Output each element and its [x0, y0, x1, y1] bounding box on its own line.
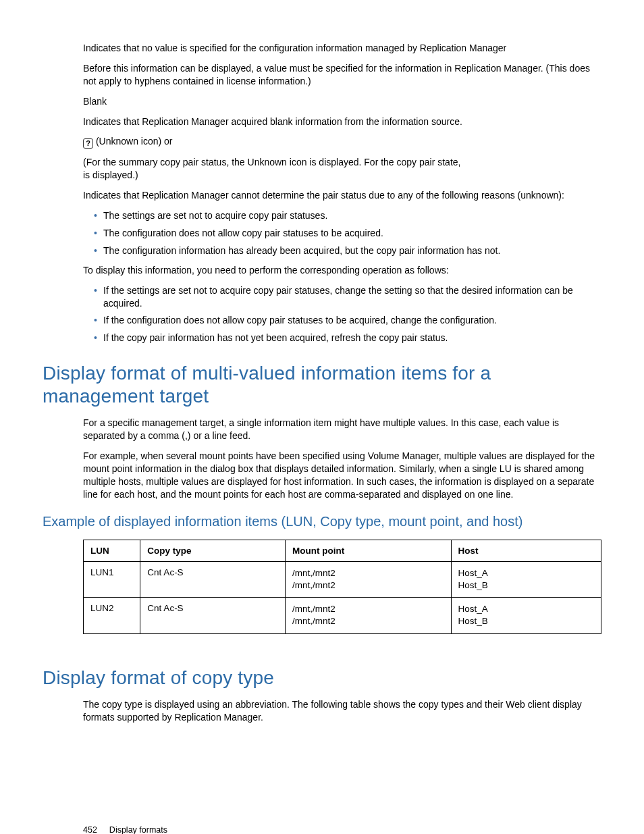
question-icon: ?: [83, 138, 93, 149]
heading-example: Example of displayed information items (…: [43, 513, 601, 530]
icon-suffix-text: (Unknown icon) or: [93, 136, 173, 147]
page-number: 452: [83, 825, 97, 834]
footer-section: Display formats: [109, 825, 167, 834]
list-item: The configuration information has alread…: [94, 244, 601, 257]
unknown-icon-line: ? (Unknown icon) or: [83, 135, 601, 149]
table-row: LUN1 Cnt Ac-S /mnt,/mnt2/mnt,/mnt2 Host_…: [84, 561, 601, 597]
paragraph: To display this information, you need to…: [83, 264, 601, 277]
heading-copy-type: Display format of copy type: [43, 667, 601, 689]
cell-host: Host_AHost_B: [451, 561, 601, 597]
col-copy-type: Copy type: [140, 540, 286, 561]
paragraph: Indicates that no value is specified for…: [83, 42, 601, 55]
cell-host: Host_AHost_B: [451, 598, 601, 633]
paragraph: For a specific management target, a sing…: [83, 417, 601, 442]
bullet-list: The settings are set not to acquire copy…: [83, 209, 601, 257]
cell-copy: Cnt Ac-S: [140, 598, 286, 633]
col-lun: LUN: [84, 540, 140, 561]
list-item: The settings are set not to acquire copy…: [94, 209, 601, 222]
heading-multi-valued: Display format of multi-valued informati…: [43, 362, 601, 407]
cell-mount: /mnt,/mnt2/mnt,/mnt2: [286, 561, 451, 597]
table-header-row: LUN Copy type Mount point Host: [84, 540, 601, 561]
paragraph: The copy type is displayed using an abbr…: [83, 698, 601, 724]
paragraph: Before this information can be displayed…: [83, 62, 601, 88]
paragraph: (For the summary copy pair status, the U…: [83, 156, 601, 169]
example-table: LUN Copy type Mount point Host LUN1 Cnt …: [83, 540, 601, 634]
col-mount-point: Mount point: [286, 540, 451, 561]
paragraph: Indicates that Replication Manager canno…: [83, 189, 601, 202]
cell-copy: Cnt Ac-S: [140, 561, 286, 597]
list-item: If the settings are set not to acquire c…: [94, 284, 601, 310]
col-host: Host: [451, 540, 601, 561]
bullet-list: If the settings are set not to acquire c…: [83, 284, 601, 345]
paragraph: For example, when several mount points h…: [83, 450, 601, 501]
paragraph: Indicates that Replication Manager acqui…: [83, 115, 601, 128]
list-item: If the configuration does not allow copy…: [94, 314, 601, 327]
table-row: LUN2 Cnt Ac-S /mnt,/mnt2/mnt,/mnt2 Host_…: [84, 598, 601, 633]
paragraph: is displayed.): [83, 169, 601, 182]
page-footer: 452Display formats: [43, 825, 601, 834]
list-item: The configuration does not allow copy pa…: [94, 227, 601, 240]
list-item: If the copy pair information has not yet…: [94, 332, 601, 344]
cell-mount: /mnt,/mnt2/mnt,/mnt2: [286, 598, 451, 633]
cell-lun: LUN2: [84, 598, 140, 633]
paragraph: Blank: [83, 95, 601, 108]
cell-lun: LUN1: [84, 561, 140, 597]
